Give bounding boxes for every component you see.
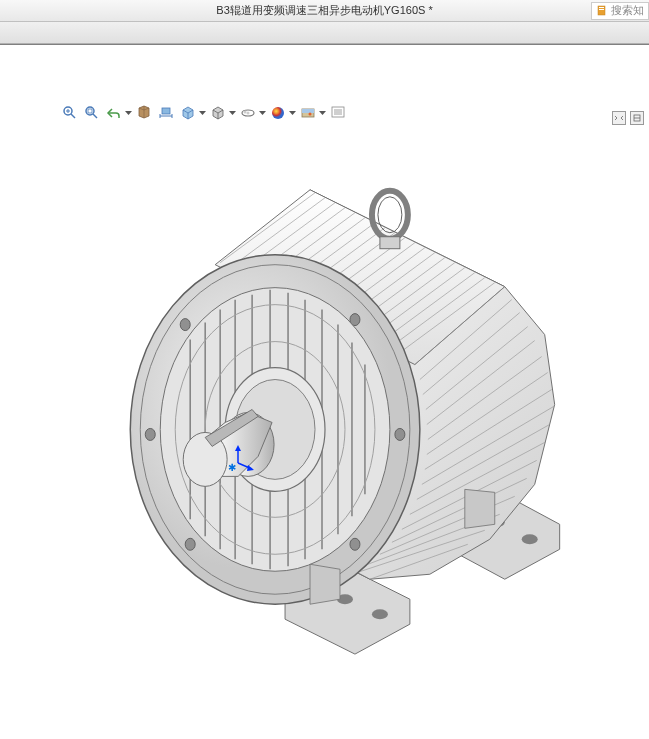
display-style-icon[interactable] [208,103,228,123]
zoom-area-icon[interactable] [82,103,102,123]
title-bar: B3辊道用变频调速三相异步电动机YG160S * 搜索知 [0,0,649,22]
motor-front-face [130,255,420,604]
zoom-fit-icon[interactable] [60,103,80,123]
document-title: B3辊道用变频调速三相异步电动机YG160S * [216,3,432,18]
origin-triad[interactable]: ✱ [228,443,258,476]
svg-point-66 [378,197,402,233]
svg-line-4 [71,114,75,118]
svg-point-75 [145,428,155,440]
svg-rect-67 [380,237,400,249]
svg-point-14 [244,111,247,114]
hide-show-icon[interactable] [238,103,258,123]
svg-point-70 [180,319,190,331]
svg-point-26 [372,609,388,619]
dropdown-arrow-icon[interactable] [125,111,132,115]
svg-text:✱: ✱ [228,462,236,473]
svg-rect-8 [162,108,170,114]
dropdown-arrow-icon[interactable] [229,111,236,115]
svg-rect-1 [599,7,604,8]
svg-point-18 [309,113,312,116]
view-settings-icon[interactable] [328,103,348,123]
svg-rect-7 [88,109,92,113]
viewport-3d[interactable]: ✱ [0,44,649,739]
svg-point-72 [395,428,405,440]
search-icon [596,5,608,17]
search-placeholder: 搜索知 [611,3,644,18]
view-orientation-icon[interactable] [178,103,198,123]
svg-rect-17 [302,109,314,113]
edit-appearance-icon[interactable] [268,103,288,123]
dropdown-arrow-icon[interactable] [199,111,206,115]
model-3d-render[interactable] [0,45,649,739]
view-toolbar [60,103,348,123]
svg-point-13 [247,112,250,115]
search-box[interactable]: 搜索知 [591,2,649,20]
dynamic-annotation-icon[interactable] [156,103,176,123]
dropdown-arrow-icon[interactable] [319,111,326,115]
svg-line-6 [93,114,97,118]
dropdown-arrow-icon[interactable] [259,111,266,115]
svg-point-74 [185,538,195,550]
svg-point-5 [86,107,94,115]
dropdown-arrow-icon[interactable] [289,111,296,115]
scene-icon[interactable] [298,103,318,123]
svg-point-15 [272,107,284,119]
section-view-icon[interactable] [134,103,154,123]
svg-point-28 [522,534,538,544]
svg-point-73 [350,538,360,550]
ribbon-area [0,22,649,44]
previous-view-icon[interactable] [104,103,124,123]
svg-rect-2 [599,9,604,10]
